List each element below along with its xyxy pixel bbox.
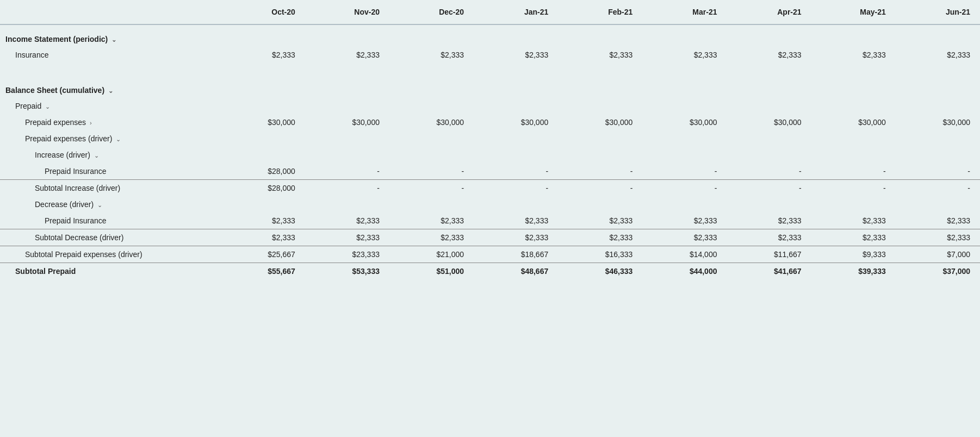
row-value: - [642,163,727,180]
row-value [811,147,896,163]
row-value [811,130,896,147]
row-value [642,147,727,163]
row-value: $2,333 [642,47,727,63]
table-row [0,63,980,76]
row-value: $2,333 [811,213,896,229]
header-dec20: Dec-20 [389,0,474,24]
chevron-down-icon[interactable]: ⌄ [111,36,116,43]
row-value: - [811,180,896,197]
table-row: Subtotal Increase (driver)$28,000-------… [0,180,980,197]
chevron-down-icon[interactable]: ⌄ [97,202,102,209]
row-value: $2,333 [642,229,727,246]
row-label: Prepaid Insurance [0,163,221,180]
row-value: $2,333 [896,213,980,229]
header-jan21: Jan-21 [474,0,558,24]
row-value: $2,333 [389,47,474,63]
row-value: - [389,180,474,197]
row-value [305,24,389,47]
row-value: $2,333 [727,47,811,63]
row-value [727,98,811,114]
row-value: $9,333 [811,246,896,263]
row-value [221,24,305,47]
header-mar21: Mar-21 [642,0,727,24]
row-value [389,98,474,114]
row-value: $28,000 [221,163,305,180]
header-oct20: Oct-20 [221,0,305,24]
row-value [389,147,474,163]
row-value: - [389,163,474,180]
row-value [642,130,727,147]
row-value [811,196,896,213]
row-value: $37,000 [896,263,980,280]
row-value [558,24,642,47]
row-value [221,196,305,213]
row-value [558,76,642,98]
table-row: Subtotal Prepaid$55,667$53,333$51,000$48… [0,263,980,280]
row-value: - [305,163,389,180]
arrow-right-icon[interactable]: › [90,120,92,126]
row-value: $30,000 [811,114,896,130]
row-value [474,24,558,47]
table-row: Prepaid expenses ›$30,000$30,000$30,000$… [0,114,980,130]
row-value [642,98,727,114]
row-label[interactable]: Balance Sheet (cumulative) ⌄ [0,76,221,98]
row-value [389,24,474,47]
row-value [558,130,642,147]
table-row: Subtotal Decrease (driver)$2,333$2,333$2… [0,229,980,246]
row-label[interactable]: Prepaid expenses (driver) ⌄ [0,130,221,147]
row-value [642,196,727,213]
chevron-down-icon[interactable]: ⌄ [116,136,121,143]
table-row: Prepaid ⌄ [0,98,980,114]
row-value [474,76,558,98]
row-value: $2,333 [811,47,896,63]
row-value: $30,000 [221,114,305,130]
row-value: $2,333 [389,229,474,246]
table-row: Decrease (driver) ⌄ [0,196,980,213]
row-value [727,147,811,163]
row-value: $2,333 [389,213,474,229]
row-value [896,24,980,47]
row-label[interactable]: Decrease (driver) ⌄ [0,196,221,213]
row-label[interactable]: Increase (driver) ⌄ [0,147,221,163]
row-value: $2,333 [896,47,980,63]
row-label: Subtotal Decrease (driver) [0,229,221,246]
row-value: $18,667 [474,246,558,263]
chevron-down-icon[interactable]: ⌄ [94,152,99,159]
row-value [305,98,389,114]
row-value: $2,333 [558,47,642,63]
row-value: - [558,180,642,197]
row-label: Subtotal Increase (driver) [0,180,221,197]
row-value: - [811,163,896,180]
row-value: $2,333 [305,229,389,246]
row-value: - [305,180,389,197]
row-value [896,196,980,213]
row-value: $16,333 [558,246,642,263]
row-value: $55,667 [221,263,305,280]
row-label[interactable]: Income Statement (periodic) ⌄ [0,24,221,47]
row-value [896,130,980,147]
table-row: Prepaid Insurance$28,000-------- [0,163,980,180]
row-value [558,147,642,163]
row-value: $44,000 [642,263,727,280]
row-label: Prepaid Insurance [0,213,221,229]
chevron-down-icon[interactable]: ⌄ [45,103,50,110]
row-value [896,76,980,98]
row-value [305,76,389,98]
row-value: - [896,180,980,197]
row-value: $2,333 [811,229,896,246]
row-value: $30,000 [896,114,980,130]
row-value: $2,333 [305,213,389,229]
row-value: $25,667 [221,246,305,263]
header-apr21: Apr-21 [727,0,811,24]
row-value [896,147,980,163]
row-value: $2,333 [221,213,305,229]
row-label[interactable]: Prepaid ⌄ [0,98,221,114]
chevron-down-icon[interactable]: ⌄ [108,88,113,95]
row-value: - [727,180,811,197]
row-value [727,76,811,98]
header-feb21: Feb-21 [558,0,642,24]
row-value [305,196,389,213]
row-value: - [642,180,727,197]
row-value: $2,333 [221,229,305,246]
row-value [389,76,474,98]
